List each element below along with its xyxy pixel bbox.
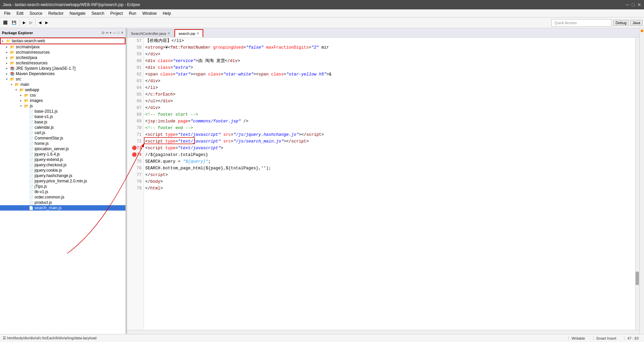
- code-line-70: <!-- footer end -->: [145, 125, 634, 131]
- tree-item-jqueryextend[interactable]: 📄jquery-extend.js: [0, 157, 125, 162]
- tree-icon-jquery164: 📄: [29, 152, 34, 157]
- menu-item-search[interactable]: Search: [89, 10, 107, 16]
- close-button[interactable]: ✕: [637, 2, 641, 7]
- line-num-64: 64: [128, 84, 142, 91]
- code-content[interactable]: 【价格内容】</li> <strong>¥<fmt:formatNumber g…: [144, 38, 635, 330]
- new-button[interactable]: ⬛: [1, 19, 9, 26]
- tree-item-src-test-java[interactable]: ▸📂src/test/java: [0, 55, 125, 60]
- tree-item-base2011[interactable]: 📄base-2011.js: [0, 109, 125, 114]
- tree-item-jquerycookie[interactable]: 📄jquery.cookie.js: [0, 168, 125, 173]
- minimize-button[interactable]: ─: [626, 2, 629, 7]
- vertical-scrollbar[interactable]: [635, 38, 639, 330]
- tree-item-product[interactable]: 📄product.js: [0, 200, 125, 205]
- tree-item-home[interactable]: 📄home.js: [0, 141, 125, 146]
- tree-item-src-main-resources[interactable]: ▸📂src/main/resources: [0, 50, 125, 55]
- tree-label-js: js: [30, 104, 33, 108]
- tree-item-js[interactable]: ▾📂js: [0, 103, 125, 109]
- tree-item-src[interactable]: ▾📂src: [0, 76, 125, 82]
- tree-label-calendar: calendar.js: [35, 125, 54, 130]
- quick-access-box[interactable]: Quick Access: [551, 19, 612, 26]
- maximize-button[interactable]: □: [632, 2, 635, 7]
- tree-arrow-src-main-java: ▸: [6, 45, 9, 49]
- line-num-59: 59: [128, 51, 142, 58]
- minimize-panel-icon[interactable]: —: [113, 31, 116, 35]
- tree-item-webapp[interactable]: ▾📂webapp: [0, 87, 125, 93]
- tree-icon-css: 📂: [24, 93, 29, 98]
- run-button[interactable]: ▷: [28, 19, 34, 26]
- close-panel-icon[interactable]: ✕: [121, 31, 123, 35]
- tree-label-jqueryhashchange: jquery.hashchange.js: [35, 173, 72, 178]
- menu-item-navigate[interactable]: Navigate: [67, 10, 88, 16]
- tree-item-base[interactable]: 📄base.js: [0, 119, 125, 125]
- tree-item-jqueryhashchange[interactable]: 📄jquery.hashchange.js: [0, 173, 125, 178]
- menu-item-file[interactable]: File: [1, 10, 13, 16]
- code-editor[interactable]: 57585960616263646566676869707172🔴73🔴7475…: [127, 38, 639, 330]
- tab-searchjsp-close[interactable]: ✕: [197, 32, 199, 35]
- tab-searchcontroller-label: SearchController.java: [131, 32, 166, 36]
- save-button[interactable]: 💾: [10, 19, 18, 26]
- scroll-thumb[interactable]: [636, 272, 639, 285]
- java-perspective-btn[interactable]: Java: [630, 20, 643, 26]
- menu-item-run[interactable]: Run: [126, 10, 139, 16]
- tree-item-basev1[interactable]: 📄base-v1.js: [0, 114, 125, 119]
- tree-item-iplocation[interactable]: 📄iplocation_server.js: [0, 146, 125, 152]
- tree-item-searchmain[interactable]: 📄search_main.js: [0, 205, 125, 211]
- tree-item-cart[interactable]: 📄cart.js: [0, 130, 125, 135]
- tree-item-src-main-java[interactable]: ▸📂src/main/java: [0, 44, 125, 50]
- file-tree[interactable]: ▸📁taotao-search-web▸📂src/main/java▸📂src/…: [0, 38, 125, 334]
- menu-item-edit[interactable]: Edit: [14, 10, 26, 16]
- tree-icon-js: 📂: [24, 104, 29, 108]
- tree-icon-src: 📂: [10, 77, 15, 81]
- tree-icon-base2011: 📄: [29, 109, 34, 114]
- tree-icon-src-main-resources: 📂: [10, 50, 15, 55]
- tree-item-images[interactable]: ▸📂images: [0, 98, 125, 103]
- code-line-63: </div>: [145, 78, 634, 84]
- tree-icon-jquerycookie: 📄: [29, 168, 34, 173]
- menu-item-source[interactable]: Source: [27, 10, 45, 16]
- tree-item-jre[interactable]: ▸📚JRE System Library [JavaSE-1.7]: [0, 66, 125, 71]
- maximize-panel-icon[interactable]: □: [117, 31, 119, 35]
- code-line-76: SEARCH.bottom_page_html(${page},${totalP…: [145, 165, 634, 172]
- line-num-75: 75: [128, 158, 142, 165]
- main-layout: Package Explorer ⊟ ⇔ ▾ — □ ✕ ▸📁taotao-se…: [0, 28, 644, 334]
- tree-item-ordercommon[interactable]: 📄order.common.js: [0, 194, 125, 200]
- tree-item-jquerycheckout[interactable]: 📄jquery.checkout.js: [0, 162, 125, 168]
- tree-item-commentstar[interactable]: 📄CommentStar.js: [0, 135, 125, 141]
- line-num-78: 78: [128, 178, 142, 185]
- tree-item-root[interactable]: ▸📁taotao-search-web: [0, 38, 125, 44]
- code-line-68: <!-- footer start -->: [145, 111, 634, 118]
- tab-searchcontroller-close[interactable]: ✕: [167, 32, 170, 35]
- debug-button[interactable]: ▶: [21, 19, 27, 26]
- tree-item-jtips[interactable]: 📄jTips.js: [0, 184, 125, 189]
- menu-item-refactor[interactable]: Refactor: [46, 10, 66, 16]
- tree-item-src-test-resources[interactable]: ▸📂src/test/resources: [0, 60, 125, 66]
- tree-item-main[interactable]: ▾📂main: [0, 82, 125, 87]
- view-menu-icon[interactable]: ▾: [110, 31, 111, 35]
- back-button[interactable]: ◀: [37, 19, 43, 26]
- title-text: Java - taotao-search-web/src/main/webapp…: [3, 2, 140, 7]
- menu-item-help[interactable]: Help: [160, 10, 174, 16]
- link-editor-icon[interactable]: ⇔: [106, 31, 108, 35]
- tree-item-libv1[interactable]: 📄lib-v1.js: [0, 189, 125, 194]
- horizontal-scrollbar[interactable]: [127, 330, 639, 334]
- tree-icon-calendar: 📄: [29, 125, 34, 130]
- toolbar-separator-1: [19, 19, 20, 26]
- tree-label-webapp: webapp: [25, 88, 39, 92]
- collapse-icon[interactable]: ⊟: [102, 31, 104, 35]
- tree-item-jquerypriceformat[interactable]: 📄jquery.price_format.2.0.min.js: [0, 178, 125, 184]
- tree-arrow-images: ▸: [20, 99, 23, 102]
- tree-item-css[interactable]: ▸📂css: [0, 93, 125, 98]
- tab-searchjsp[interactable]: search.jsp ✕: [174, 29, 203, 37]
- tree-icon-maven: 📚: [10, 72, 15, 76]
- forward-button[interactable]: ▶: [44, 19, 50, 26]
- tab-searchcontroller[interactable]: SearchController.java ✕: [127, 29, 174, 37]
- tree-icon-jquerycheckout: 📄: [29, 163, 34, 167]
- menu-item-window[interactable]: Window: [140, 10, 159, 16]
- tree-item-jquery164[interactable]: 📄jquery-1.6.4.js: [0, 152, 125, 157]
- tree-item-calendar[interactable]: 📄calendar.js: [0, 125, 125, 130]
- tree-icon-jtips: 📄: [29, 184, 34, 189]
- tree-item-maven[interactable]: ▸📚Maven Dependencies: [0, 71, 125, 76]
- line-num-63: 63: [128, 78, 142, 84]
- debug-perspective-btn[interactable]: Debug: [613, 20, 629, 26]
- menu-item-project[interactable]: Project: [108, 10, 125, 16]
